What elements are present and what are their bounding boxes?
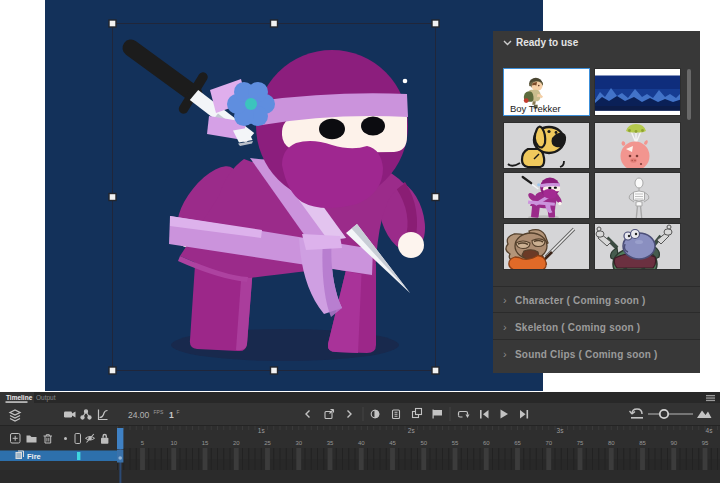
svg-text:15: 15 bbox=[202, 440, 209, 446]
svg-text:90: 90 bbox=[670, 440, 677, 446]
svg-text:40: 40 bbox=[358, 440, 365, 446]
svg-text:35: 35 bbox=[327, 440, 334, 446]
svg-text:45: 45 bbox=[389, 440, 396, 446]
svg-text:4s: 4s bbox=[706, 427, 714, 434]
svg-text:80: 80 bbox=[608, 440, 615, 446]
svg-text:Fire: Fire bbox=[27, 452, 41, 461]
svg-text:50: 50 bbox=[420, 440, 427, 446]
svg-text:95: 95 bbox=[702, 440, 709, 446]
svg-text:55: 55 bbox=[452, 440, 459, 446]
svg-text:75: 75 bbox=[577, 440, 584, 446]
svg-text:3s: 3s bbox=[557, 427, 565, 434]
svg-text:24.00: 24.00 bbox=[128, 410, 150, 420]
svg-text:FPS: FPS bbox=[154, 409, 164, 415]
svg-text:85: 85 bbox=[639, 440, 646, 446]
svg-text:1s: 1s bbox=[258, 427, 266, 434]
svg-text:10: 10 bbox=[170, 440, 177, 446]
svg-text:2s: 2s bbox=[408, 427, 416, 434]
svg-text:F: F bbox=[177, 409, 180, 415]
svg-text:20: 20 bbox=[233, 440, 240, 446]
svg-text:70: 70 bbox=[545, 440, 552, 446]
svg-text:1: 1 bbox=[169, 410, 174, 420]
svg-text:60: 60 bbox=[483, 440, 490, 446]
svg-text:25: 25 bbox=[264, 440, 271, 446]
svg-text:30: 30 bbox=[295, 440, 302, 446]
svg-text:65: 65 bbox=[514, 440, 521, 446]
svg-text:Output: Output bbox=[36, 394, 56, 402]
svg-text:Timeline: Timeline bbox=[6, 394, 33, 401]
